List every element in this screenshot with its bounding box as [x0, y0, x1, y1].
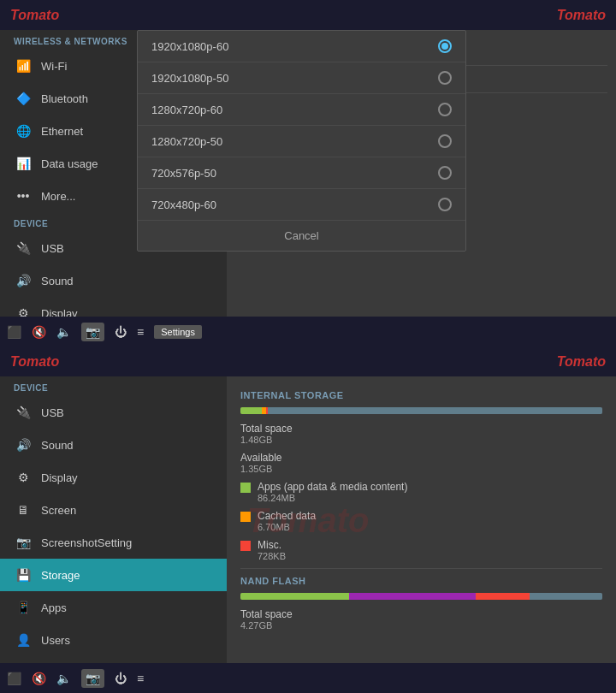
internal-storage-title: INTERNAL STORAGE [240, 390, 602, 400]
taskbar-menu-icon-bottom[interactable]: ≡ [137, 672, 144, 685]
available-value: 1.35GB [240, 464, 281, 474]
dropdown-option-2[interactable]: 1280x720p-60 [138, 94, 465, 126]
apps-storage-value: 86.24MB [258, 493, 407, 503]
ethernet-label: Ethernet [41, 125, 83, 138]
bluetooth-label: Bluetooth [41, 92, 88, 105]
datausage-label: Data usage [41, 157, 98, 170]
usb-label-top: USB [41, 242, 64, 255]
available-row: Available 1.35GB [240, 452, 602, 474]
storage-icon-bottom: 💾 [14, 566, 33, 584]
sidebar-item-screen-bottom[interactable]: 🖥 Screen [0, 494, 227, 526]
nand-total-value: 4.27GB [240, 620, 293, 631]
radio-4 [438, 198, 452, 211]
display-icon-bottom: ⚙ [14, 468, 33, 487]
dropdown-option-3[interactable]: 1280x720p-50 [138, 126, 465, 157]
dropdown-option-0[interactable]: 1920x1080p-60 [138, 31, 465, 62]
bar-nand-a [240, 593, 349, 600]
storage-content: INTERNAL STORAGE Total space 1.48GB Avai… [227, 376, 616, 663]
ethernet-icon: 🌐 [14, 121, 33, 140]
bar-apps [240, 407, 262, 414]
wifi-label: Wi-Fi [41, 60, 67, 73]
bottom-header: Tomato Tomato [0, 346, 616, 376]
dropdown-option-label-1: 1920x1080p-50 [151, 72, 228, 85]
radio-1 [438, 103, 452, 116]
section-personal-label-bottom: PERSONAL [0, 656, 227, 663]
taskbar-mute-icon-bottom[interactable]: 🔇 [32, 672, 46, 685]
nand-total-row: Total space 4.27GB [240, 608, 602, 631]
sidebar-item-sound-bottom[interactable]: 🔊 Sound [0, 429, 227, 461]
screenshot-icon-bottom: 📷 [14, 533, 33, 552]
dropdown-option-1[interactable]: 1920x1080p-50 [138, 62, 465, 94]
storage-label-bottom: Storage [41, 569, 80, 582]
radio-2 [438, 134, 452, 148]
radio-0 [438, 71, 452, 85]
taskbar-menu-icon[interactable]: ≡ [137, 325, 144, 339]
apps-row: Apps (app data & media content) 86.24MB [240, 481, 602, 503]
datausage-icon: 📊 [14, 154, 33, 173]
sidebar-item-storage-bottom[interactable]: 💾 Storage [0, 559, 227, 591]
dropdown-option-4[interactable]: 720x576p-50 [138, 157, 465, 189]
misc-color-box [240, 541, 251, 551]
top-header: Tomato Tomato [0, 0, 616, 30]
total-space-value: 1.48GB [240, 435, 293, 445]
bar-nand-c [476, 593, 530, 600]
sidebar-item-display-bottom[interactable]: ⚙ Display [0, 461, 227, 494]
bluetooth-icon: 🔷 [14, 89, 33, 108]
sound-icon-bottom: 🔊 [14, 435, 33, 454]
apps-color-box [240, 483, 251, 493]
sidebar-item-screenshotsetting-bottom[interactable]: 📷 ScreenshotSetting [0, 526, 227, 559]
logo-top-left: Tomato [10, 8, 59, 23]
usb-label-bottom: USB [41, 406, 64, 419]
logo-top-right: Tomato [557, 8, 606, 23]
nand-flash-title: NAND FLASH [240, 576, 602, 586]
internal-storage-bar [240, 407, 602, 414]
radio-selected-0 [438, 39, 452, 53]
sidebar-item-apps-bottom[interactable]: 📱 Apps [0, 591, 227, 624]
logo-bottom-right: Tomato [557, 354, 606, 370]
taskbar-mute-icon[interactable]: 🔇 [32, 325, 46, 339]
nand-total-label: Total space [240, 608, 293, 620]
settings-chip[interactable]: Settings [154, 325, 202, 339]
wifi-icon: 📶 [14, 56, 33, 75]
logo-bottom-left: Tomato [10, 354, 59, 370]
screen-icon-bottom: 🖥 [14, 500, 33, 519]
sidebar-bottom: DEVICE 🔌 USB 🔊 Sound ⚙ Display 🖥 Screen … [0, 376, 227, 663]
dropdown-option-5[interactable]: 720x480p-60 [138, 189, 465, 221]
taskbar-volume-icon-bottom[interactable]: 🔈 [56, 672, 71, 685]
cancel-button[interactable]: Cancel [138, 221, 465, 251]
taskbar-power-icon[interactable]: ⏻ [115, 325, 127, 339]
misc-label: Misc. [258, 539, 286, 551]
taskbar-power-icon-bottom[interactable]: ⏻ [115, 672, 127, 685]
taskbar-window-icon[interactable]: ⬛ [7, 325, 21, 339]
sidebar-item-usb-bottom[interactable]: 🔌 USB [0, 396, 227, 429]
misc-value: 728KB [258, 551, 286, 561]
taskbar-volume-icon[interactable]: 🔈 [56, 325, 71, 339]
sound-label-bottom: Sound [41, 439, 74, 452]
display-label-bottom: Display [41, 471, 78, 484]
taskbar-top: ⬛ 🔇 🔈 📷 ⏻ ≡ Settings [0, 317, 616, 346]
top-half: Tomato Tomato WIRELESS & NETWORKS 📶 Wi-F… [0, 0, 616, 346]
available-label: Available [240, 452, 281, 464]
usb-icon-top: 🔌 [14, 239, 33, 258]
storage-divider [240, 568, 602, 569]
cached-row: Cached data 6.70MB [240, 510, 602, 532]
apps-icon-bottom: 📱 [14, 598, 33, 617]
cached-color-box [240, 512, 251, 522]
taskbar-window-icon-bottom[interactable]: ⬛ [7, 672, 21, 685]
bottom-half: Tomato Tomato DEVICE 🔌 USB 🔊 Sound ⚙ Dis… [0, 346, 616, 693]
more-label: More... [41, 190, 75, 203]
screenshotsetting-label-bottom: ScreenshotSetting [41, 536, 132, 549]
dropdown-option-label-0: 1920x1080p-60 [151, 40, 228, 53]
section-device-label-bottom: DEVICE [0, 376, 227, 396]
usb-icon-bottom: 🔌 [14, 403, 33, 422]
more-icon: ••• [14, 187, 33, 205]
apps-storage-label: Apps (app data & media content) [258, 481, 407, 493]
taskbar-screen-icon-bottom[interactable]: 📷 [81, 669, 104, 688]
sidebar-item-sound-top[interactable]: 🔊 Sound [0, 264, 227, 297]
total-space-label: Total space [240, 423, 293, 435]
taskbar-bottom: ⬛ 🔇 🔈 📷 ⏻ ≡ [0, 663, 616, 693]
dropdown-overlay: 1920x1080p-60 1920x1080p-50 1280x720p-60… [137, 30, 466, 252]
sidebar-item-users-bottom[interactable]: 👤 Users [0, 624, 227, 656]
taskbar-screen-icon[interactable]: 📷 [81, 323, 104, 341]
total-space-row: Total space 1.48GB [240, 423, 602, 445]
